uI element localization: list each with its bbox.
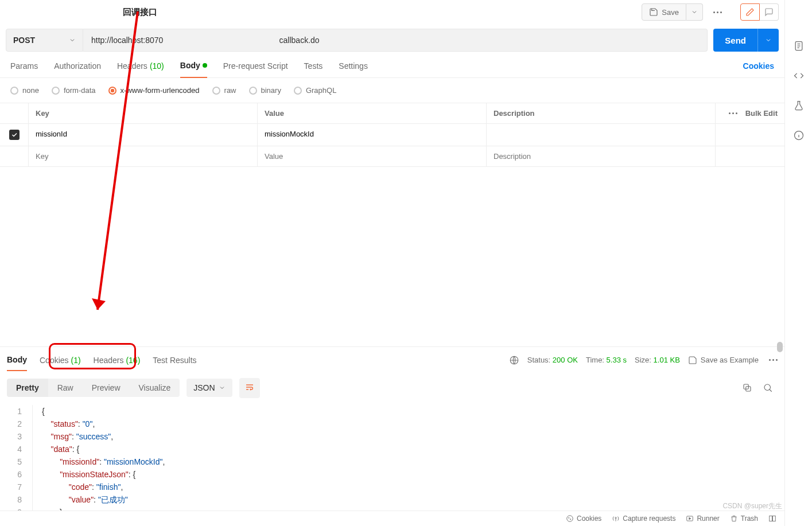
body-type-graphql[interactable]: GraphQL: [294, 86, 336, 95]
cookies-link[interactable]: Cookies: [743, 61, 774, 77]
chevron-down-icon: [219, 384, 226, 391]
footer-runner[interactable]: Runner: [686, 515, 719, 523]
time-label: Time:: [586, 356, 604, 364]
pencil-icon: [745, 7, 755, 17]
svg-point-3: [764, 384, 771, 391]
wrap-icon: [245, 383, 254, 392]
globe-icon: [509, 355, 519, 365]
key-input[interactable]: [36, 130, 250, 138]
svg-rect-14: [773, 516, 776, 521]
comment-icon: [764, 7, 774, 17]
code-icon[interactable]: [793, 70, 805, 81]
save-label: Save: [662, 8, 679, 17]
dots-icon: [713, 11, 722, 13]
body-type-form-data[interactable]: form-data: [52, 86, 96, 95]
edit-button[interactable]: [740, 3, 760, 21]
status-value: 200 OK: [553, 356, 578, 364]
save-as-example[interactable]: Save as Example: [688, 356, 759, 365]
http-method-select[interactable]: POST: [6, 29, 83, 52]
antenna-icon: [612, 515, 620, 523]
copy-icon[interactable]: [742, 383, 752, 393]
language-select[interactable]: JSON: [187, 379, 232, 397]
resp-more[interactable]: [769, 359, 778, 361]
footer-trash[interactable]: Trash: [730, 515, 758, 523]
watermark: CSDN @super先生: [722, 501, 782, 511]
bulk-edit-link[interactable]: Bulk Edit: [745, 109, 778, 118]
value-input-new[interactable]: [265, 152, 479, 161]
size-label: Size:: [635, 356, 651, 364]
docs-icon[interactable]: [793, 40, 805, 52]
lab-icon[interactable]: [793, 100, 805, 111]
save-dropdown[interactable]: [686, 3, 703, 21]
check-icon: [11, 131, 18, 138]
status-label: Status:: [527, 356, 550, 364]
view-pretty[interactable]: Pretty: [7, 379, 48, 397]
col-description: Description: [487, 103, 716, 123]
view-visualize[interactable]: Visualize: [130, 379, 180, 397]
key-input-new[interactable]: [36, 152, 250, 161]
request-tab-title: 回调接口: [123, 7, 157, 18]
resp-tab-body[interactable]: Body: [7, 355, 27, 371]
comment-button[interactable]: [760, 3, 779, 21]
value-input[interactable]: [265, 130, 479, 138]
tab-headers[interactable]: Headers (10): [117, 61, 164, 77]
time-value: 5.33 s: [607, 356, 627, 364]
desc-input-new[interactable]: [494, 152, 708, 161]
save-icon: [649, 7, 658, 17]
tab-body[interactable]: Body: [180, 61, 207, 78]
play-icon: [686, 515, 694, 523]
body-type-binary[interactable]: binary: [249, 86, 281, 95]
view-preview[interactable]: Preview: [83, 379, 130, 397]
footer-capture[interactable]: Capture requests: [612, 515, 675, 523]
chevron-down-icon: [69, 37, 76, 44]
tab-authorization[interactable]: Authorization: [54, 61, 101, 77]
tab-settings[interactable]: Settings: [339, 61, 368, 77]
resp-tab-cookies[interactable]: Cookies (1): [40, 356, 81, 371]
save-icon: [688, 356, 697, 365]
footer-panes[interactable]: [768, 515, 776, 523]
svg-point-9: [569, 517, 569, 518]
trash-icon: [730, 515, 738, 523]
wrap-toggle[interactable]: [239, 378, 260, 398]
url-input[interactable]: [83, 29, 708, 52]
modified-dot-icon: [203, 63, 207, 68]
response-body[interactable]: 1{2 "status": "0",3 "msg": "success",4 "…: [0, 405, 784, 527]
send-button[interactable]: Send: [713, 29, 779, 52]
svg-point-8: [567, 516, 573, 522]
svg-point-11: [615, 517, 616, 519]
column-options[interactable]: [729, 112, 737, 114]
row-checkbox[interactable]: [9, 130, 20, 140]
size-value: 1.01 KB: [654, 356, 680, 364]
tab-prerequest[interactable]: Pre-request Script: [223, 61, 288, 77]
more-actions[interactable]: [709, 8, 726, 17]
chevron-down-icon: [691, 9, 698, 15]
body-type-none[interactable]: none: [10, 86, 39, 95]
panes-icon: [768, 515, 776, 523]
col-value: Value: [258, 103, 487, 123]
send-label: Send: [713, 36, 757, 45]
info-icon[interactable]: [793, 130, 805, 141]
resp-tab-tests[interactable]: Test Results: [153, 356, 196, 371]
save-button[interactable]: Save: [642, 3, 686, 21]
method-label: POST: [13, 36, 35, 45]
body-type-urlencoded[interactable]: x-www-form-urlencoded: [108, 86, 200, 95]
resp-tab-headers[interactable]: Headers (16): [94, 356, 141, 371]
cookie-icon: [566, 515, 574, 523]
search-icon[interactable]: [763, 383, 773, 393]
footer-cookies[interactable]: Cookies: [566, 515, 601, 523]
tab-params[interactable]: Params: [10, 61, 38, 77]
tab-tests[interactable]: Tests: [304, 61, 323, 77]
svg-rect-13: [770, 516, 772, 521]
col-key: Key: [29, 103, 258, 123]
svg-point-10: [570, 519, 571, 520]
view-raw[interactable]: Raw: [48, 379, 83, 397]
chevron-down-icon: [765, 37, 772, 44]
scrollbar-thumb[interactable]: [777, 342, 783, 352]
body-type-raw[interactable]: raw: [212, 86, 236, 95]
send-dropdown[interactable]: [757, 29, 779, 52]
